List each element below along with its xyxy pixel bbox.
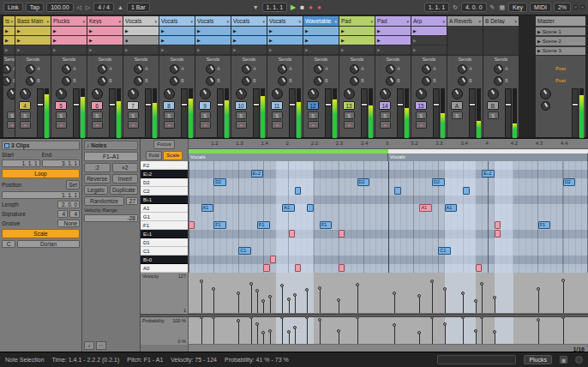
clip-slot[interactable]: ▶: [375, 36, 411, 45]
reverse-button[interactable]: Reverse: [84, 174, 111, 184]
note-grid[interactable]: A1D2F1C1E♭2F1A1F1D2A1D2C1A1E♭2F1D2: [189, 161, 588, 273]
pan-knob[interactable]: [380, 88, 391, 99]
midi-note[interactable]: [270, 256, 276, 263]
record-button[interactable]: ●: [308, 3, 314, 11]
chevron-down-icon[interactable]: ▾: [46, 19, 49, 24]
marker-dot[interactable]: [393, 323, 396, 327]
marker-stem[interactable]: [495, 332, 495, 344]
tempo-field[interactable]: 100.00: [46, 3, 73, 13]
metronome-icon[interactable]: ▲: [117, 4, 124, 10]
track-header[interactable]: Keys▾: [87, 16, 123, 26]
track-activator[interactable]: 10: [235, 101, 247, 110]
marker-dot[interactable]: [212, 287, 215, 291]
marker-stem[interactable]: [257, 324, 258, 344]
piano-key[interactable]: F1: [141, 221, 188, 230]
marker-dot[interactable]: [255, 322, 259, 326]
clip-slot[interactable]: ▶: [3, 36, 15, 45]
midi-note[interactable]: [476, 264, 482, 272]
marker-stem[interactable]: [339, 300, 339, 314]
track-activator[interactable]: 4: [19, 101, 31, 110]
chevron-down-icon[interactable]: ▾: [298, 19, 301, 24]
marker-stem[interactable]: [463, 293, 464, 314]
fader-handle[interactable]: [109, 103, 116, 106]
clip-slot[interactable]: ▶: [15, 45, 51, 54]
send-a-knob[interactable]: [98, 64, 107, 74]
volume-fader[interactable]: [361, 88, 368, 138]
chevron-down-icon[interactable]: ▾: [442, 19, 445, 24]
volume-fader[interactable]: [217, 88, 224, 138]
clip-play-icon[interactable]: ▶: [233, 28, 237, 33]
clip-play-icon[interactable]: ▶: [89, 28, 93, 33]
notification-status-icon[interactable]: [575, 356, 583, 364]
piano-key[interactable]: B♭1: [141, 196, 188, 204]
fader-handle[interactable]: [37, 103, 44, 106]
track-activator[interactable]: 7: [127, 101, 139, 110]
midi-note[interactable]: D2: [432, 178, 445, 186]
clip-slot[interactable]: ▶: [411, 36, 447, 45]
track-header[interactable]: Vocals▾: [123, 16, 159, 26]
marker-stem[interactable]: [445, 289, 446, 313]
midi-note[interactable]: [289, 230, 295, 238]
volume-fader[interactable]: [253, 88, 260, 138]
send-a-knob[interactable]: [62, 64, 71, 74]
clip-slot[interactable]: ▶: [51, 36, 87, 45]
chevron-down-icon[interactable]: ▾: [154, 19, 157, 24]
marker-stem[interactable]: [289, 299, 290, 313]
marker-dot[interactable]: [261, 299, 265, 303]
arrangement-position-field[interactable]: 1. 1. 1: [262, 3, 287, 13]
send-b-knob[interactable]: [314, 76, 323, 86]
send-b-knob[interactable]: [278, 76, 287, 86]
send-b-knob[interactable]: [98, 76, 107, 86]
marker-stem[interactable]: [238, 293, 239, 314]
scale-name-select[interactable]: Dorian: [17, 240, 80, 248]
clip-slot[interactable]: ▶: [3, 27, 15, 35]
marker-dot[interactable]: [237, 319, 240, 322]
midi-note[interactable]: A1: [445, 204, 458, 212]
midi-note[interactable]: E♭2: [251, 170, 264, 177]
clip-slot[interactable]: ▶: [375, 45, 411, 54]
marker-dot[interactable]: [430, 317, 434, 319]
marker-dot[interactable]: [480, 317, 483, 319]
computer-midi-keyboard-icon[interactable]: ▦: [498, 4, 506, 11]
marker-dot[interactable]: [287, 330, 291, 334]
volume-fader[interactable]: [181, 88, 188, 138]
piano-key[interactable]: E♭2: [141, 170, 188, 178]
volume-fader[interactable]: [289, 88, 296, 138]
marker-dot[interactable]: [287, 298, 291, 301]
piano-key[interactable]: B♭0: [141, 256, 188, 264]
scale-highlight-button[interactable]: Scale: [163, 151, 183, 160]
track-activator[interactable]: 11: [271, 101, 283, 110]
fader-handle[interactable]: [217, 103, 224, 106]
clip-title-bar[interactable]: 3 Clips: [2, 141, 80, 150]
midi-note[interactable]: [189, 221, 195, 229]
invert-button[interactable]: Invert: [112, 174, 139, 184]
clip-slot[interactable]: ▶: [51, 27, 87, 35]
solo-button[interactable]: S: [488, 111, 499, 119]
marker-stem[interactable]: [445, 324, 446, 344]
midi-note[interactable]: F1: [257, 221, 270, 229]
marker-stem[interactable]: [295, 328, 296, 344]
clip-slot[interactable]: ▶: [159, 36, 195, 45]
track-header[interactable]: Arp▾: [411, 16, 447, 26]
note-editor-tab[interactable]: ♪: [84, 341, 94, 350]
envelope-editor-tab[interactable]: ◠: [96, 341, 106, 350]
clip-play-icon[interactable]: ▶: [161, 38, 165, 43]
marker-dot[interactable]: [337, 298, 340, 302]
marker-dot[interactable]: [356, 317, 359, 319]
solo-button[interactable]: S: [20, 111, 31, 119]
clip-play-icon[interactable]: ▶: [197, 28, 201, 33]
fader-handle[interactable]: [181, 103, 188, 106]
scene-row[interactable]: ▶Scene 2: [536, 37, 585, 45]
quantization-menu[interactable]: 1 Bar: [127, 3, 150, 13]
volume-fader[interactable]: [433, 88, 440, 138]
midi-note[interactable]: [263, 264, 269, 272]
marker-dot[interactable]: [480, 282, 483, 286]
clip-slot[interactable]: ▶: [339, 27, 375, 35]
clip-slot[interactable]: ▶: [303, 27, 339, 35]
arm-button[interactable]: ●: [344, 121, 355, 129]
track-activator[interactable]: 9: [199, 101, 211, 110]
position-value[interactable]: 1. 1. 1: [2, 191, 80, 199]
midi-note[interactable]: [463, 187, 469, 195]
clip-slot[interactable]: ▶: [51, 45, 87, 54]
clip-slot[interactable]: ▶: [303, 36, 339, 45]
